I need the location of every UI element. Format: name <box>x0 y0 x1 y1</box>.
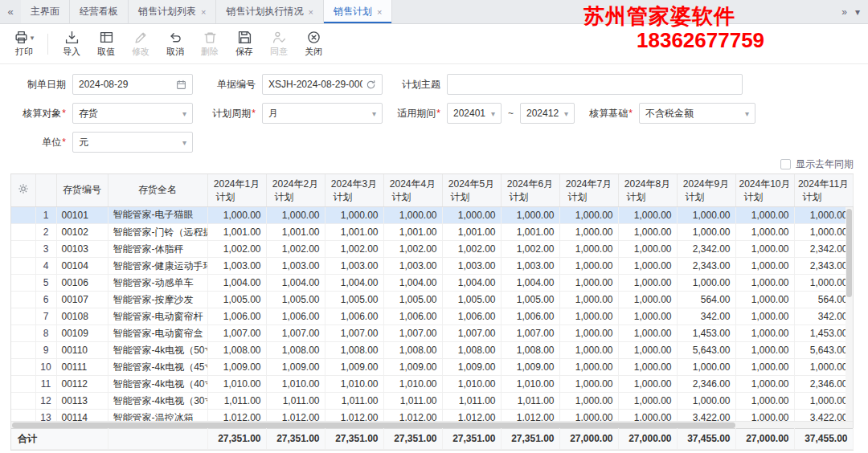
plan-value-cell[interactable]: 1,010.00 <box>442 376 501 393</box>
inventory-code-cell[interactable]: 00107 <box>56 292 108 308</box>
plan-value-cell[interactable]: 564.00 <box>794 292 853 308</box>
plan-value-cell[interactable]: 1,000.00 <box>559 359 618 376</box>
plan-value-cell[interactable]: 1,009.00 <box>266 359 325 376</box>
doc-no-input[interactable] <box>262 74 383 95</box>
plan-value-cell[interactable]: 1,009.00 <box>383 359 442 376</box>
inventory-code-cell[interactable]: 00106 <box>56 275 108 292</box>
plan-value-cell[interactable]: 1,006.00 <box>442 308 501 325</box>
plan-value-cell[interactable]: 1,012.00 <box>501 410 559 421</box>
tab-销售计划[interactable]: 销售计划× <box>324 0 392 23</box>
plan-value-cell[interactable]: 1,010.00 <box>501 376 559 393</box>
inventory-code-cell[interactable]: 00102 <box>56 224 108 241</box>
plan-value-cell[interactable]: 5,643.00 <box>794 342 853 359</box>
row-number-cell[interactable]: 4 <box>35 258 56 275</box>
plan-value-cell[interactable]: 1,010.00 <box>266 376 325 393</box>
tab-close-icon[interactable]: × <box>308 7 313 17</box>
accounting-object-select[interactable]: 存货 ▾ <box>72 103 193 124</box>
inventory-code-cell[interactable]: 00104 <box>56 258 108 275</box>
plan-value-cell[interactable]: 1,002.00 <box>207 241 266 258</box>
calendar-icon[interactable] <box>176 80 186 90</box>
plan-value-cell[interactable]: 342.00 <box>677 308 735 325</box>
plan-value-cell[interactable]: 1,002.00 <box>325 241 383 258</box>
inventory-name-cell[interactable]: 智能管家-门铃（远程提示） <box>108 224 207 241</box>
inventory-code-cell[interactable]: 00101 <box>56 207 108 224</box>
plan-value-cell[interactable]: 1,000.00 <box>794 224 853 241</box>
tab-close-icon[interactable]: × <box>377 7 382 17</box>
plan-value-cell[interactable]: 1,006.00 <box>266 308 325 325</box>
plan-value-cell[interactable]: 1,009.00 <box>501 359 559 376</box>
inventory-name-cell[interactable]: 智能管家-4k电视（40寸） <box>108 376 207 393</box>
plan-value-cell[interactable]: 1,000.00 <box>559 224 618 241</box>
plan-subject-input[interactable] <box>447 74 743 95</box>
row-number-cell[interactable]: 13 <box>35 410 56 421</box>
plan-value-cell[interactable]: 1,000.00 <box>735 292 794 308</box>
vertical-scrollbar[interactable] <box>845 207 853 421</box>
plan-value-cell[interactable]: 1,004.00 <box>207 275 266 292</box>
plan-value-cell[interactable]: 1,010.00 <box>325 376 383 393</box>
plan-value-cell[interactable]: 1,000.00 <box>618 241 677 258</box>
plan-value-cell[interactable]: 1,000.00 <box>677 393 735 410</box>
plan-value-cell[interactable]: 1,000.00 <box>618 207 677 224</box>
plan-value-cell[interactable]: 2,343.00 <box>794 258 853 275</box>
vertical-scrollbar-thumb[interactable] <box>846 209 852 297</box>
tab-主界面[interactable]: 主界面 <box>21 0 70 23</box>
plan-value-cell[interactable]: 1,012.00 <box>383 410 442 421</box>
inventory-code-cell[interactable]: 00108 <box>56 308 108 325</box>
plan-value-cell[interactable]: 1,008.00 <box>383 342 442 359</box>
more-tabs-button[interactable]: » <box>841 6 847 18</box>
plan-value-cell[interactable]: 1,000.00 <box>618 342 677 359</box>
plan-value-cell[interactable]: 1,000.00 <box>618 258 677 275</box>
toolbar-cancel-button[interactable]: 取消 <box>164 31 186 58</box>
plan-value-cell[interactable]: 1,000.00 <box>794 275 853 292</box>
row-number-cell[interactable]: 1 <box>35 207 56 224</box>
doc-no-value[interactable] <box>268 79 362 90</box>
plan-value-cell[interactable]: 1,011.00 <box>266 393 325 410</box>
plan-value-cell[interactable]: 1,011.00 <box>207 393 266 410</box>
plan-value-cell[interactable]: 1,000.00 <box>735 342 794 359</box>
plan-value-cell[interactable]: 1,000.00 <box>559 241 618 258</box>
inventory-code-cell[interactable]: 00109 <box>56 325 108 342</box>
plan-value-cell[interactable]: 1,000.00 <box>325 207 383 224</box>
plan-value-cell[interactable]: 1,010.00 <box>383 376 442 393</box>
plan-value-cell[interactable]: 1,000.00 <box>735 308 794 325</box>
plan-value-cell[interactable]: 1,012.00 <box>325 410 383 421</box>
doc-date-input[interactable] <box>72 74 193 95</box>
tab-销售计划列表[interactable]: 销售计划列表× <box>129 0 216 23</box>
plan-value-cell[interactable]: 1,011.00 <box>383 393 442 410</box>
period-from-select[interactable]: 202401 ▾ <box>447 103 502 124</box>
plan-value-cell[interactable]: 1,003.00 <box>501 258 559 275</box>
doc-date-value[interactable] <box>79 79 173 90</box>
plan-value-cell[interactable]: 564.00 <box>677 292 735 308</box>
plan-value-cell[interactable]: 1,006.00 <box>325 308 383 325</box>
plan-value-cell[interactable]: 1,011.00 <box>501 393 559 410</box>
plan-value-cell[interactable]: 1,000.00 <box>618 393 677 410</box>
row-number-cell[interactable]: 6 <box>35 292 56 308</box>
plan-value-cell[interactable]: 1,453.00 <box>794 325 853 342</box>
plan-value-cell[interactable]: 1,008.00 <box>266 342 325 359</box>
inventory-code-cell[interactable]: 00110 <box>56 342 108 359</box>
refresh-icon[interactable] <box>366 80 376 90</box>
plan-value-cell[interactable]: 1,000.00 <box>677 207 735 224</box>
plan-value-cell[interactable]: 1,000.00 <box>618 376 677 393</box>
plan-value-cell[interactable]: 1,000.00 <box>618 308 677 325</box>
plan-value-cell[interactable]: 5,643.00 <box>677 342 735 359</box>
plan-value-cell[interactable]: 1,005.00 <box>501 292 559 308</box>
plan-value-cell[interactable]: 1,012.00 <box>207 410 266 421</box>
inventory-name-cell[interactable]: 智能管家-电子猫眼 <box>108 207 207 224</box>
plan-value-cell[interactable]: 1,000.00 <box>735 224 794 241</box>
plan-value-cell[interactable]: 1,000.00 <box>559 393 618 410</box>
plan-value-cell[interactable]: 1,005.00 <box>207 292 266 308</box>
plan-value-cell[interactable]: 2,343.00 <box>677 258 735 275</box>
plan-value-cell[interactable]: 1,000.00 <box>618 325 677 342</box>
plan-value-cell[interactable]: 2,346.00 <box>794 376 853 393</box>
plan-value-cell[interactable]: 1,002.00 <box>266 241 325 258</box>
plan-value-cell[interactable]: 1,007.00 <box>325 325 383 342</box>
plan-value-cell[interactable]: 1,000.00 <box>559 308 618 325</box>
plan-value-cell[interactable]: 1,006.00 <box>207 308 266 325</box>
toolbar-fetch-button[interactable]: 取值 <box>95 31 117 58</box>
plan-value-cell[interactable]: 1,000.00 <box>207 207 266 224</box>
plan-value-cell[interactable]: 1,001.00 <box>383 224 442 241</box>
plan-value-cell[interactable]: 1,007.00 <box>442 325 501 342</box>
inventory-name-cell[interactable]: 智能管家-按摩沙发 <box>108 292 207 308</box>
plan-value-cell[interactable]: 1,001.00 <box>266 224 325 241</box>
